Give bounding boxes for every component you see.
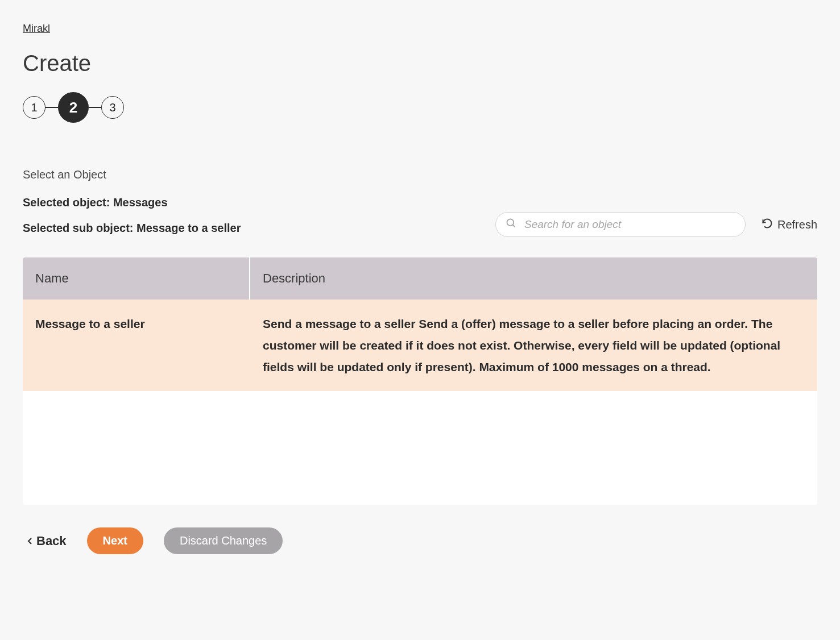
footer-actions: Back Next Discard Changes <box>23 527 817 554</box>
svg-line-1 <box>512 225 515 227</box>
step-2[interactable]: 2 <box>58 92 89 123</box>
step-1[interactable]: 1 <box>23 96 45 119</box>
step-connector <box>89 107 101 108</box>
table-header-row: Name Description <box>23 257 817 300</box>
back-button[interactable]: Back <box>27 534 67 548</box>
table-header-description: Description <box>250 257 817 300</box>
discard-changes-button[interactable]: Discard Changes <box>164 527 283 554</box>
breadcrumb-link[interactable]: Mirakl <box>23 23 50 35</box>
search-wrap <box>495 212 746 237</box>
table-empty-area <box>23 391 817 505</box>
step-3[interactable]: 3 <box>101 96 124 119</box>
table-cell-description: Send a message to a seller Send a (offer… <box>250 300 817 391</box>
step-connector <box>45 107 58 108</box>
table-header-name: Name <box>23 257 250 300</box>
table-row[interactable]: Message to a seller Send a message to a … <box>23 300 817 391</box>
next-button[interactable]: Next <box>87 527 143 554</box>
object-table: Name Description Message to a seller Sen… <box>23 257 817 505</box>
refresh-button[interactable]: Refresh <box>762 218 817 232</box>
back-label: Back <box>36 534 67 548</box>
selected-object-line: Selected object: Messages <box>23 196 817 209</box>
svg-point-0 <box>507 219 514 226</box>
stepper: 1 2 3 <box>23 92 817 123</box>
search-icon <box>506 218 517 231</box>
refresh-label: Refresh <box>777 218 817 231</box>
table-cell-name: Message to a seller <box>23 300 250 391</box>
section-label: Select an Object <box>23 168 817 181</box>
refresh-icon <box>762 218 773 232</box>
search-input[interactable] <box>495 212 746 237</box>
page-title: Create <box>23 51 817 76</box>
chevron-left-icon <box>27 534 33 548</box>
